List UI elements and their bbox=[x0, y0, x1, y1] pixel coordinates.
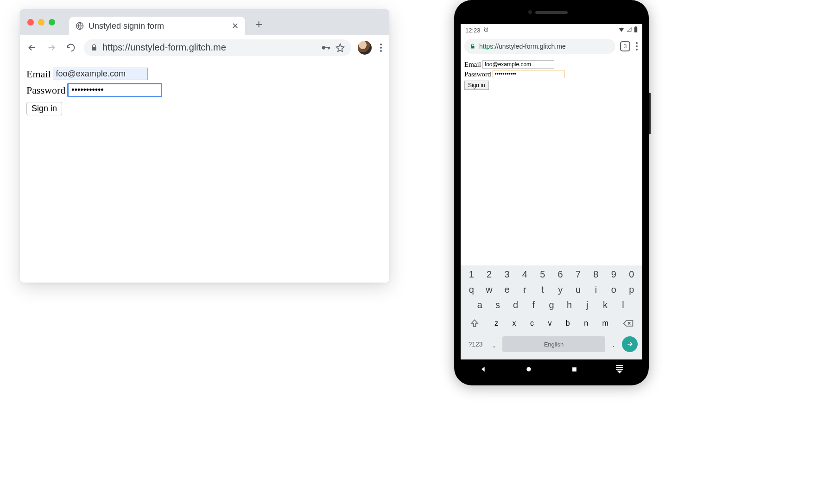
keyboard-row-asdf: asdfghjkl bbox=[462, 300, 640, 310]
mobile-toolbar: https://unstyled-form.glitch.me 3 bbox=[461, 36, 642, 58]
key-u[interactable]: u bbox=[572, 284, 585, 295]
key-p[interactable]: p bbox=[625, 284, 638, 295]
key-d[interactable]: d bbox=[509, 300, 522, 310]
key-j[interactable]: j bbox=[581, 300, 594, 310]
alarm-icon bbox=[483, 27, 489, 34]
mobile-email-label: Email bbox=[464, 61, 481, 69]
desktop-browser-window: Unstyled signin form ✕ + https://unstyle… bbox=[20, 9, 389, 283]
keyboard-row-bottom: ?123 , English . bbox=[462, 336, 640, 352]
key-9[interactable]: 9 bbox=[607, 269, 620, 280]
forward-button[interactable] bbox=[45, 41, 58, 54]
android-recents-button[interactable] bbox=[571, 366, 578, 373]
key-g[interactable]: g bbox=[545, 300, 558, 310]
mobile-address-bar[interactable]: https://unstyled-form.glitch.me bbox=[464, 39, 615, 54]
key-5[interactable]: 5 bbox=[536, 269, 549, 280]
key-s[interactable]: s bbox=[491, 300, 504, 310]
browser-tab[interactable]: Unstyled signin form ✕ bbox=[69, 17, 245, 35]
lock-icon bbox=[470, 44, 475, 49]
comma-key[interactable]: , bbox=[489, 340, 499, 349]
keyboard-row-zxcv: zxcvbnm bbox=[462, 315, 640, 332]
svg-rect-7 bbox=[634, 27, 637, 32]
soft-keyboard: 1234567890 qwertyuiop asdfghjkl zxcvbnm … bbox=[461, 265, 642, 359]
lock-icon bbox=[90, 44, 98, 51]
key-2[interactable]: 2 bbox=[483, 269, 496, 280]
key-0[interactable]: 0 bbox=[625, 269, 638, 280]
window-zoom-button[interactable] bbox=[49, 19, 55, 25]
backspace-key[interactable] bbox=[619, 315, 638, 332]
back-button[interactable] bbox=[25, 41, 38, 54]
profile-avatar[interactable] bbox=[358, 41, 372, 55]
enter-key[interactable] bbox=[622, 336, 638, 352]
mobile-password-input[interactable] bbox=[493, 70, 564, 78]
key-k[interactable]: k bbox=[599, 300, 612, 310]
period-key[interactable]: . bbox=[609, 340, 618, 349]
window-close-button[interactable] bbox=[27, 19, 34, 25]
tab-switcher-button[interactable]: 3 bbox=[620, 41, 630, 51]
phone-earpiece bbox=[535, 11, 568, 14]
shift-key[interactable] bbox=[465, 315, 484, 332]
tab-count-number: 3 bbox=[624, 43, 627, 50]
desktop-tab-strip: Unstyled signin form ✕ + bbox=[20, 9, 389, 35]
reload-button[interactable] bbox=[64, 41, 77, 54]
email-input[interactable] bbox=[53, 68, 148, 80]
phone-camera-dot bbox=[528, 10, 532, 14]
mobile-menu-button[interactable] bbox=[635, 41, 639, 51]
android-home-button[interactable] bbox=[525, 365, 532, 373]
key-3[interactable]: 3 bbox=[500, 269, 513, 280]
status-time: 12:23 bbox=[465, 27, 481, 34]
key-l[interactable]: l bbox=[617, 300, 630, 310]
symbols-key[interactable]: ?123 bbox=[465, 340, 486, 348]
keyboard-collapse-button[interactable] bbox=[616, 365, 623, 373]
keyboard-row-numbers: 1234567890 bbox=[462, 269, 640, 280]
window-minimize-button[interactable] bbox=[38, 19, 44, 25]
mobile-signin-button[interactable]: Sign in bbox=[464, 81, 489, 90]
new-tab-button[interactable]: + bbox=[255, 17, 262, 32]
signin-button[interactable]: Sign in bbox=[26, 102, 62, 115]
tab-close-icon[interactable]: ✕ bbox=[232, 21, 239, 31]
key-q[interactable]: q bbox=[465, 284, 478, 295]
key-c[interactable]: c bbox=[530, 319, 534, 328]
key-b[interactable]: b bbox=[566, 319, 570, 328]
key-n[interactable]: n bbox=[584, 319, 588, 328]
android-nav-bar bbox=[461, 359, 642, 379]
key-e[interactable]: e bbox=[500, 284, 513, 295]
email-label: Email bbox=[26, 68, 51, 80]
password-input[interactable] bbox=[67, 83, 162, 97]
mobile-email-input[interactable] bbox=[482, 60, 554, 69]
key-6[interactable]: 6 bbox=[554, 269, 567, 280]
key-m[interactable]: m bbox=[602, 319, 608, 328]
svg-point-1 bbox=[322, 46, 325, 49]
saved-password-key-icon[interactable] bbox=[321, 43, 331, 53]
svg-rect-3 bbox=[328, 47, 329, 50]
keyboard-row-qwerty: qwertyuiop bbox=[462, 284, 640, 295]
address-bar-url: https://unstyled-form.glitch.me bbox=[102, 42, 316, 53]
key-t[interactable]: t bbox=[536, 284, 549, 295]
desktop-page-content: Email Password Sign in bbox=[20, 60, 389, 283]
mobile-password-label: Password bbox=[464, 70, 491, 78]
key-i[interactable]: i bbox=[589, 284, 602, 295]
key-4[interactable]: 4 bbox=[518, 269, 531, 280]
android-back-button[interactable] bbox=[480, 365, 487, 373]
key-1[interactable]: 1 bbox=[465, 269, 478, 280]
phone-status-bar: 12:23 bbox=[461, 24, 642, 36]
key-h[interactable]: h bbox=[563, 300, 576, 310]
key-y[interactable]: y bbox=[554, 284, 567, 295]
browser-menu-button[interactable] bbox=[378, 42, 384, 54]
key-w[interactable]: w bbox=[483, 284, 496, 295]
spacebar-key[interactable]: English bbox=[502, 336, 605, 352]
key-o[interactable]: o bbox=[607, 284, 620, 295]
key-r[interactable]: r bbox=[518, 284, 531, 295]
key-z[interactable]: z bbox=[494, 319, 498, 328]
bookmark-star-icon[interactable] bbox=[336, 43, 345, 52]
mobile-url: https://unstyled-form.glitch.me bbox=[479, 43, 566, 50]
svg-rect-9 bbox=[572, 367, 576, 372]
address-bar[interactable]: https://unstyled-form.glitch.me bbox=[84, 39, 351, 56]
key-7[interactable]: 7 bbox=[572, 269, 585, 280]
key-8[interactable]: 8 bbox=[589, 269, 602, 280]
key-f[interactable]: f bbox=[527, 300, 540, 310]
key-x[interactable]: x bbox=[513, 319, 516, 328]
phone-device-frame: 12:23 bbox=[454, 0, 649, 385]
battery-icon bbox=[634, 26, 638, 34]
key-a[interactable]: a bbox=[473, 300, 486, 310]
key-v[interactable]: v bbox=[548, 319, 551, 328]
